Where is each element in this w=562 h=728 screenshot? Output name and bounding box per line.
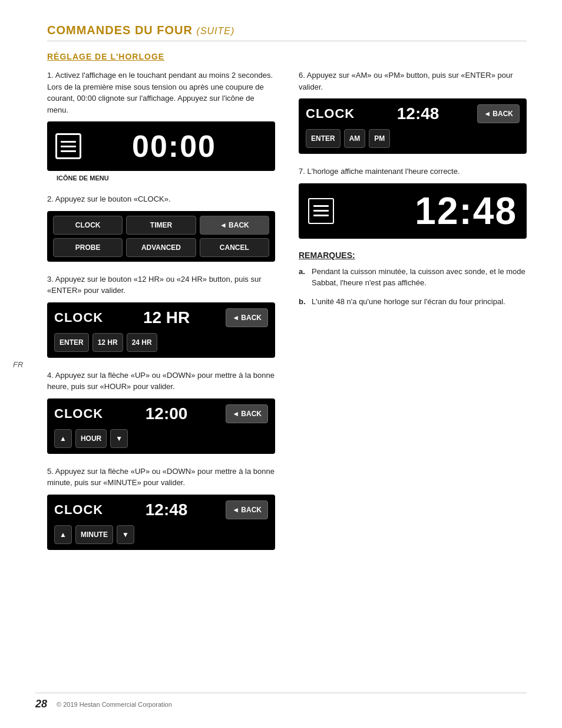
- step-2-text: 2. Appuyez sur le bouton «CLOCK».: [47, 193, 275, 205]
- step-4-text: 4. Appuyez sur la flèche «UP» ou «DOWN» …: [47, 370, 275, 393]
- main-title: COMMANDES DU FOUR (SUITE): [47, 24, 527, 41]
- step-3-clock-label: CLOCK: [54, 310, 107, 325]
- step-6-back-btn[interactable]: ◄ BACK: [477, 104, 520, 123]
- remarks-title: REMARQUES:: [299, 251, 527, 260]
- footer: 28 © 2019 Hestan Commercial Corporation: [35, 693, 527, 710]
- back-button-s2[interactable]: ◄ BACK: [200, 216, 269, 235]
- step-4-clock-time: 12:00: [107, 404, 226, 423]
- step-3-clock-time: 12 HR: [107, 308, 226, 327]
- step-1-display: 00:00: [47, 121, 275, 171]
- step-5-up-btn[interactable]: ▲: [54, 525, 72, 544]
- step-1: 1. Activez l'affichage en le touchant pe…: [47, 70, 275, 182]
- probe-button[interactable]: PROBE: [53, 238, 123, 257]
- final-menu-icon: [308, 198, 334, 224]
- step-3-back-btn[interactable]: ◄ BACK: [226, 308, 268, 327]
- step-5-minute-btn[interactable]: MINUTE: [75, 525, 113, 544]
- step-6-clock-time: 12:48: [359, 104, 477, 123]
- step-5-panel: CLOCK 12:48 ◄ BACK ▲ MINUTE ▼: [47, 495, 275, 550]
- step-3-enter-btn[interactable]: ENTER: [54, 333, 89, 352]
- copyright: © 2019 Hestan Commercial Corporation: [57, 701, 172, 708]
- step-4-up-btn[interactable]: ▲: [54, 429, 72, 448]
- remark-b: b. L'unité 48 n'a qu'une horloge sur l'é…: [299, 296, 527, 308]
- step-1-text: 1. Activez l'affichage en le touchant pe…: [47, 70, 275, 116]
- step-4-down-btn[interactable]: ▼: [110, 429, 128, 448]
- timer-button[interactable]: TIMER: [126, 216, 196, 235]
- step-6: 6. Appuyez sur «AM» ou «PM» button, puis…: [299, 70, 527, 154]
- step-5-down-btn[interactable]: ▼: [117, 525, 134, 544]
- step-6-pm-btn[interactable]: PM: [369, 129, 390, 148]
- cancel-button[interactable]: CANCEL: [200, 238, 269, 257]
- step-6-am-btn[interactable]: AM: [344, 129, 366, 148]
- step-3-panel: CLOCK 12 HR ◄ BACK ENTER 12 HR 24 HR: [47, 302, 275, 358]
- page-number: 28: [35, 698, 47, 710]
- step-2-buttons: CLOCK TIMER ◄ BACK PROBE ADVANCED CANCEL: [47, 211, 275, 262]
- step-5-text: 5. Appuyez sur la flèche «UP» ou «DOWN» …: [47, 466, 275, 489]
- step-4-back-btn[interactable]: ◄ BACK: [226, 404, 268, 423]
- remark-a: a. Pendant la cuisson minutée, la cuisso…: [299, 266, 527, 289]
- step-3-24hr-btn[interactable]: 24 HR: [127, 333, 157, 352]
- step-1-time: 00:00: [81, 129, 267, 164]
- step-3-text: 3. Appuyez sur le bouton «12 HR» ou «24 …: [47, 274, 275, 297]
- step-3-12hr-btn[interactable]: 12 HR: [92, 333, 123, 352]
- clock-button[interactable]: CLOCK: [53, 216, 123, 235]
- remark-a-letter: a.: [299, 266, 307, 289]
- step-7-final-time: 12:48: [334, 189, 517, 233]
- page-label: FR: [13, 360, 23, 368]
- remark-b-letter: b.: [299, 296, 307, 308]
- step-7-text: 7. L'horloge affiche maintenant l'heure …: [299, 166, 527, 177]
- step-6-enter-btn[interactable]: ENTER: [306, 129, 340, 148]
- step-4-panel: CLOCK 12:00 ◄ BACK ▲ HOUR ▼: [47, 398, 275, 454]
- step-4: 4. Appuyez sur la flèche «UP» ou «DOWN» …: [47, 370, 275, 454]
- step-6-clock-label: CLOCK: [306, 106, 359, 121]
- step-6-panel: CLOCK 12:48 ◄ BACK ENTER AM PM: [299, 98, 527, 154]
- remark-a-text: Pendant la cuisson minutée, la cuisson a…: [312, 266, 527, 289]
- step-5-clock-time: 12:48: [107, 500, 226, 519]
- step-6-text: 6. Appuyez sur «AM» ou «PM» button, puis…: [299, 70, 527, 93]
- step-7: 7. L'horloge affiche maintenant l'heure …: [299, 166, 527, 239]
- step-4-hour-btn[interactable]: HOUR: [75, 429, 107, 448]
- menu-icon: [55, 133, 81, 159]
- remarks-section: REMARQUES: a. Pendant la cuisson minutée…: [299, 251, 527, 308]
- icone-de-menu-label: ICÔNE DE MENU: [57, 174, 275, 182]
- remark-b-text: L'unité 48 n'a qu'une horloge sur l'écra…: [312, 296, 505, 308]
- step-5: 5. Appuyez sur la flèche «UP» ou «DOWN» …: [47, 466, 275, 550]
- step-5-clock-label: CLOCK: [54, 502, 107, 518]
- step-3: 3. Appuyez sur le bouton «12 HR» ou «24 …: [47, 274, 275, 358]
- advanced-button[interactable]: ADVANCED: [126, 238, 196, 257]
- section-title: RÉGLAGE DE L'HORLOGE: [47, 52, 527, 61]
- step-2: 2. Appuyez sur le bouton «CLOCK». CLOCK …: [47, 193, 275, 262]
- step-7-final-display: 12:48: [299, 183, 527, 239]
- step-5-back-btn[interactable]: ◄ BACK: [226, 500, 268, 519]
- step-4-clock-label: CLOCK: [54, 406, 107, 421]
